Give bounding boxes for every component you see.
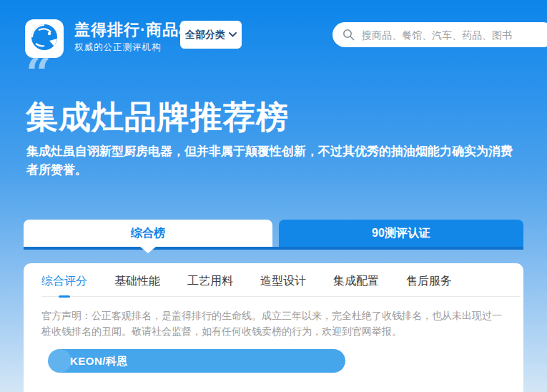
chevron-down-icon — [229, 32, 237, 37]
score-filter-tabs: 综合评分 基础性能 工艺用料 造型设计 集成配置 售后服务 — [41, 273, 452, 289]
subtab-basic-performance[interactable]: 基础性能 — [114, 273, 160, 289]
search-bar[interactable] — [332, 22, 547, 47]
active-subtab-underline — [59, 295, 70, 298]
active-tab-pointer — [140, 247, 156, 253]
subtab-integration[interactable]: 集成配置 — [333, 273, 379, 289]
content-card: 综合评分 基础性能 工艺用料 造型设计 集成配置 售后服务 官方声明：公正客观排… — [24, 263, 523, 392]
categories-button-label: 全部分类 — [185, 29, 225, 41]
ranking-item-keon[interactable]: KEON/科恩 — [48, 349, 345, 373]
brand-name: KEON/科恩 — [70, 349, 128, 373]
official-statement: 官方声明：公正客观排名，是盖得排行的生命线。成立三年以来，完全杜绝了收钱排名，也… — [41, 308, 510, 339]
subtab-overall-score[interactable]: 综合评分 — [41, 273, 87, 289]
brand-title: 盖得排行·商品榜 — [74, 21, 195, 39]
search-icon — [343, 29, 355, 41]
tab-90-certification[interactable]: 90测评认证 — [279, 220, 523, 247]
tab-underline-bar — [24, 247, 523, 250]
page-title: 集成灶品牌推荐榜 — [26, 96, 289, 139]
tab-comprehensive-ranking[interactable]: 综合榜 — [24, 220, 272, 247]
lion-icon — [29, 21, 60, 56]
categories-button[interactable]: 全部分类 — [180, 21, 242, 49]
quote-icon: “ — [26, 52, 51, 86]
page: 盖得排行·商品榜 权威的公正测评机构 全部分类 “ 集成灶品牌推荐榜 集成灶虽自… — [0, 0, 547, 392]
subtab-divider — [41, 296, 521, 297]
search-input[interactable] — [360, 29, 542, 41]
subtab-materials[interactable]: 工艺用料 — [187, 273, 233, 289]
subtab-design[interactable]: 造型设计 — [260, 273, 306, 289]
subtab-after-sales[interactable]: 售后服务 — [406, 273, 452, 289]
brand-logo-placeholder — [48, 349, 72, 373]
page-description: 集成灶虽自诩新型厨房电器，但并非属于颠覆性创新，不过其优秀的抽油烟能力确实为消费… — [26, 142, 521, 180]
brand-subtitle: 权威的公正测评机构 — [74, 41, 195, 54]
brand-block: 盖得排行·商品榜 权威的公正测评机构 — [74, 21, 195, 54]
